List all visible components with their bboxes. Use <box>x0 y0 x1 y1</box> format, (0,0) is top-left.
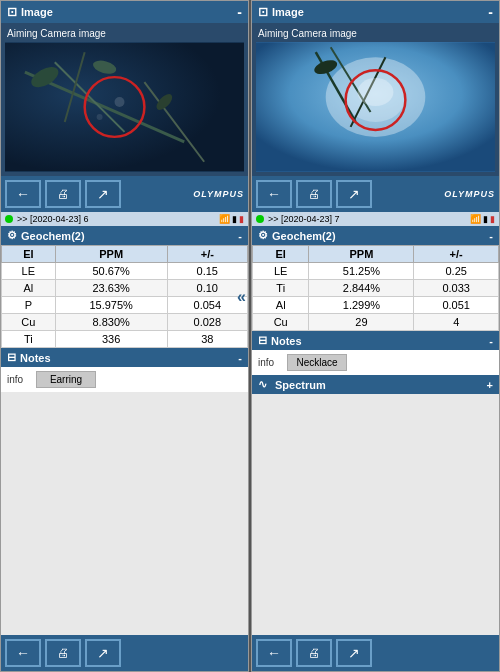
left-cell-1-2: 0.10 <box>167 280 247 297</box>
right-cell-3-0: Cu <box>252 314 308 331</box>
right-expand-button[interactable] <box>336 180 372 208</box>
left-cell-2-2: 0.054 <box>167 297 247 314</box>
svg-point-9 <box>115 97 125 107</box>
right-col-pm: +/- <box>414 246 499 263</box>
left-status-icons: 📶 ▮ ▮ <box>219 214 244 224</box>
left-bottom-print-button[interactable] <box>45 639 81 667</box>
right-table-header-row: El PPM +/- <box>252 246 498 263</box>
right-spectrum-icon: ∿ <box>258 378 267 391</box>
left-table-row: Al23.63%0.10 <box>2 280 248 297</box>
left-camera-label: Aiming Camera image <box>5 27 244 40</box>
left-col-el: El <box>2 246 56 263</box>
left-bottom-expand-button[interactable] <box>85 639 121 667</box>
left-geochem-header[interactable]: ⚙ Geochem(2) - <box>1 226 248 245</box>
left-camera-image <box>5 42 244 172</box>
right-spectrum-plus[interactable]: + <box>487 379 493 391</box>
left-status-text: >> [2020-04-23] 6 <box>17 214 89 224</box>
right-camera-label: Aiming Camera image <box>256 27 495 40</box>
left-notes-header[interactable]: ⊟ Notes - <box>1 348 248 367</box>
right-table-row: LE51.25%0.25 <box>252 263 498 280</box>
right-camera-svg <box>256 42 495 172</box>
left-notes-value: Earring <box>36 371 96 388</box>
right-geochem-title: Geochem(2) <box>272 230 336 242</box>
svg-point-10 <box>97 114 103 120</box>
left-gear-icon: ⚙ <box>7 229 17 242</box>
right-spectrum-title: Spectrum <box>275 379 326 391</box>
right-spectrum-header-left: ∿ Spectrum <box>258 378 326 391</box>
right-panel: ⊡ Image - Aiming Camera image <box>251 0 500 672</box>
left-cell-4-0: Ti <box>2 331 56 348</box>
left-scroll-arrow[interactable]: « <box>237 288 246 306</box>
left-signal-icon: ▮ <box>232 214 237 224</box>
left-notes-minus[interactable]: - <box>238 352 242 364</box>
right-title-bar: ⊡ Image - <box>252 1 499 23</box>
right-cell-2-0: Al <box>252 297 308 314</box>
right-gear-icon: ⚙ <box>258 229 268 242</box>
right-cell-0-0: LE <box>252 263 308 280</box>
right-cell-3-1: 29 <box>309 314 414 331</box>
right-bottom-back-button[interactable] <box>256 639 292 667</box>
right-geochem-header[interactable]: ⚙ Geochem(2) - <box>252 226 499 245</box>
right-nav-bar: OLYMPUS <box>252 176 499 212</box>
left-data-table: El PPM +/- LE50.67%0.15Al23.63%0.10P15.9… <box>1 245 248 348</box>
right-status-dot <box>256 215 264 223</box>
right-geochem-minus[interactable]: - <box>489 230 493 242</box>
right-minimize-button[interactable]: - <box>488 4 493 20</box>
right-wifi-icon: 📶 <box>470 214 481 224</box>
right-notes-icon: ⊟ <box>258 334 267 347</box>
left-status-dot <box>5 215 13 223</box>
right-title-left: ⊡ Image <box>258 5 304 19</box>
right-back-button[interactable] <box>256 180 292 208</box>
left-table-header-row: El PPM +/- <box>2 246 248 263</box>
right-table-wrapper: El PPM +/- LE51.25%0.25Ti2.844%0.033Al1.… <box>252 245 499 331</box>
right-print-button[interactable] <box>296 180 332 208</box>
right-bottom-nav <box>252 635 499 671</box>
right-spectrum-header[interactable]: ∿ Spectrum + <box>252 375 499 394</box>
right-notes-minus[interactable]: - <box>489 335 493 347</box>
left-cell-2-0: P <box>2 297 56 314</box>
left-cell-3-2: 0.028 <box>167 314 247 331</box>
svg-rect-0 <box>5 42 244 171</box>
left-geochem-header-left: ⚙ Geochem(2) <box>7 229 85 242</box>
left-notes-header-left: ⊟ Notes <box>7 351 51 364</box>
left-print-button[interactable] <box>45 180 81 208</box>
left-table-row: LE50.67%0.15 <box>2 263 248 280</box>
left-minimize-button[interactable]: - <box>237 4 242 20</box>
left-notes-label: info <box>7 374 32 385</box>
left-col-pm: +/- <box>167 246 247 263</box>
right-battery-icon: ▮ <box>490 214 495 224</box>
left-bottom-back-button[interactable] <box>5 639 41 667</box>
left-panel-title: Image <box>21 6 53 18</box>
right-bottom-expand-button[interactable] <box>336 639 372 667</box>
left-cell-1-1: 23.63% <box>55 280 167 297</box>
right-olympus-logo: OLYMPUS <box>444 189 495 199</box>
right-notes-header[interactable]: ⊟ Notes - <box>252 331 499 350</box>
right-camera-area: Aiming Camera image <box>252 23 499 176</box>
right-notes-content: info Necklace <box>252 350 499 375</box>
left-notes-title: Notes <box>20 352 51 364</box>
left-table-row: Cu8.830%0.028 <box>2 314 248 331</box>
right-notes-value: Necklace <box>287 354 347 371</box>
right-table-row: Ti2.844%0.033 <box>252 280 498 297</box>
left-expand-button[interactable] <box>85 180 121 208</box>
right-col-el: El <box>252 246 308 263</box>
left-geochem-minus[interactable]: - <box>238 230 242 242</box>
left-back-button[interactable] <box>5 180 41 208</box>
left-status-bar: >> [2020-04-23] 6 📶 ▮ ▮ <box>1 212 248 226</box>
left-notes-icon: ⊟ <box>7 351 16 364</box>
left-geochem-title: Geochem(2) <box>21 230 85 242</box>
right-bottom-print-button[interactable] <box>296 639 332 667</box>
left-panel: ⊡ Image - Aiming Camera image <box>0 0 249 672</box>
left-image-icon: ⊡ <box>7 5 17 19</box>
left-olympus-logo: OLYMPUS <box>193 189 244 199</box>
left-nav-bar: OLYMPUS <box>1 176 248 212</box>
left-cell-1-0: Al <box>2 280 56 297</box>
right-table-row: Al1.299%0.051 <box>252 297 498 314</box>
right-status-text: >> [2020-04-23] 7 <box>268 214 340 224</box>
left-camera-svg <box>5 42 244 172</box>
right-cell-0-2: 0.25 <box>414 263 499 280</box>
left-bottom-nav <box>1 635 248 671</box>
right-cell-2-2: 0.051 <box>414 297 499 314</box>
right-status-bar: >> [2020-04-23] 7 📶 ▮ ▮ <box>252 212 499 226</box>
left-cell-0-1: 50.67% <box>55 263 167 280</box>
